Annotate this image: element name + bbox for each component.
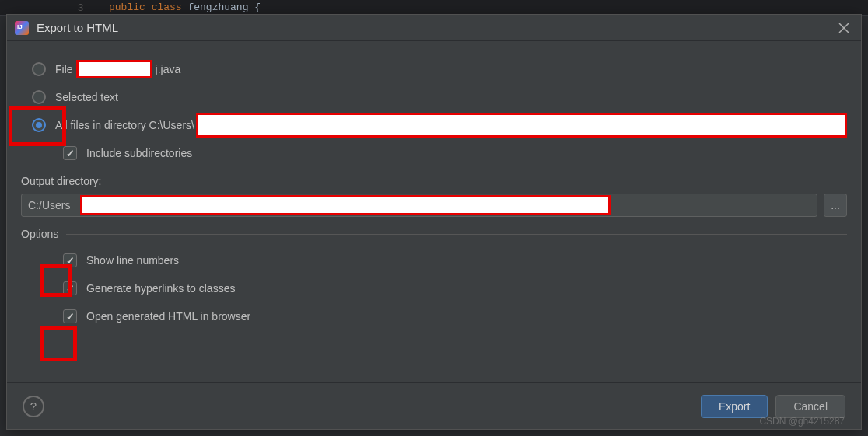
highlight-browser (40, 326, 77, 361)
export-button[interactable]: Export (701, 395, 768, 418)
highlight-radio (9, 106, 66, 146)
radio-icon[interactable] (32, 90, 46, 104)
divider (66, 234, 847, 235)
help-button[interactable]: ? (23, 396, 44, 417)
checkbox-icon[interactable] (63, 146, 77, 160)
highlight-linenum (40, 264, 72, 297)
dialog-content: File j.java Selected text All files in d… (7, 41, 861, 382)
export-html-dialog: Export to HTML File j.java Selected text… (6, 14, 862, 430)
line-number: 3 (78, 2, 83, 13)
check-open-browser[interactable]: Open generated HTML in browser (63, 302, 847, 330)
redacted-output-path (80, 195, 611, 215)
options-header: Options (21, 228, 847, 240)
titlebar: Export to HTML (7, 15, 861, 41)
radio-all-files[interactable]: All files in directory C:\Users\ (32, 111, 847, 139)
editor-background: 3 public class fengzhuang { (0, 0, 868, 16)
close-icon[interactable] (835, 19, 853, 37)
radio-selected-text[interactable]: Selected text (32, 83, 847, 111)
radio-icon[interactable] (32, 62, 46, 76)
dialog-title: Export to HTML (37, 21, 835, 34)
cancel-button[interactable]: Cancel (775, 395, 845, 418)
check-generate-hyperlinks[interactable]: Generate hyperlinks to classes (63, 274, 847, 302)
redacted-path (196, 113, 847, 138)
redacted-filename (76, 60, 152, 78)
check-show-line-numbers[interactable]: Show line numbers (63, 246, 847, 274)
output-dir-row: ... (21, 194, 847, 217)
check-include-subdirs[interactable]: Include subdirectories (63, 139, 847, 167)
intellij-icon (15, 21, 29, 35)
checkbox-icon[interactable] (63, 309, 77, 323)
button-bar: ? Export Cancel (7, 382, 861, 429)
radio-file[interactable]: File j.java (32, 55, 847, 83)
output-dir-label: Output directory: (21, 175, 847, 187)
browse-button[interactable]: ... (824, 194, 847, 217)
